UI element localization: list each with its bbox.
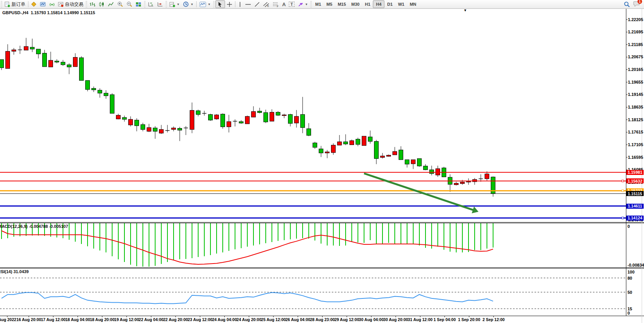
chart-title: GBPUSD-,H4 1.15793 1.15814 1.14990 1.151… <box>2 10 95 15</box>
candle <box>319 149 323 153</box>
date-label[interactable]: 22 Aug 20:00 <box>162 317 189 322</box>
zoom-in-button[interactable] <box>116 0 125 8</box>
auto-trading-button[interactable]: 自动交易 <box>56 0 85 8</box>
timeframe-H4[interactable]: H4 <box>373 0 384 8</box>
date-label[interactable]: 16 Aug 20:00 <box>15 317 43 322</box>
toolbar-grip[interactable] <box>86 1 87 7</box>
date-label[interactable]: 30 Aug 20:00 <box>382 317 410 322</box>
toolbar-grip[interactable] <box>213 1 215 7</box>
notifications-button[interactable]: 1 <box>633 1 640 8</box>
date-label[interactable]: 18 Aug 04:00 <box>64 317 91 322</box>
auto-trading-label: 自动交易 <box>65 1 83 8</box>
template-dropdown[interactable]: ▼ <box>198 0 212 8</box>
chart-canvas[interactable] <box>0 0 644 323</box>
tile-windows-button[interactable] <box>134 0 143 8</box>
auto-scroll-button[interactable] <box>146 0 156 8</box>
candle <box>116 115 121 119</box>
timeframe-W1[interactable]: W1 <box>395 1 407 8</box>
candle <box>374 142 379 159</box>
date-label[interactable]: 1 Sep 20:00 <box>455 317 483 322</box>
line-drag-handle[interactable] <box>622 190 624 192</box>
arrows-dropdown[interactable]: ▼ <box>296 0 310 8</box>
timeframe-D1[interactable]: D1 <box>384 1 395 8</box>
toolbar-grip[interactable] <box>166 1 167 7</box>
line-drag-handle[interactable] <box>622 180 624 182</box>
date-label[interactable]: 31 Aug 12:00 <box>406 317 434 322</box>
rsi-axis-label: 50 <box>627 290 632 295</box>
profiles-button[interactable] <box>38 0 48 8</box>
date-label[interactable]: 1 Sep 04:00 <box>431 317 459 322</box>
chart-shift-marker[interactable]: ▼ <box>464 8 467 12</box>
candle <box>424 166 428 170</box>
timeframe-MN[interactable]: MN <box>407 1 419 8</box>
timeframe-M15[interactable]: M15 <box>335 1 348 8</box>
fibonacci-icon: F <box>273 2 279 7</box>
date-label[interactable]: 2 Sep 12:00 <box>480 317 507 322</box>
candle <box>227 122 231 127</box>
date-label[interactable]: 22 Aug 04:00 <box>137 317 165 322</box>
timeframe-M5[interactable]: M5 <box>324 1 335 8</box>
rsi-name: RSI(14) <box>0 269 12 274</box>
fibonacci-tool[interactable]: F <box>271 0 281 8</box>
toolbar-grip[interactable] <box>144 1 146 7</box>
chart-shift-button[interactable] <box>156 0 165 8</box>
search-icon[interactable] <box>624 1 630 8</box>
timeframe-M30[interactable]: M30 <box>349 1 362 8</box>
date-label[interactable]: 29 Aug 12:00 <box>333 317 361 322</box>
new-order-button[interactable]: 新订单 <box>3 0 27 8</box>
periods-dropdown[interactable]: ▼ <box>181 0 195 8</box>
candlestick-chart-button[interactable] <box>97 0 106 8</box>
market-watch-button[interactable] <box>48 0 56 8</box>
equidistant-channel-tool[interactable]: E <box>262 0 271 8</box>
rsi-axis-label: 0 <box>627 311 630 315</box>
timeframe-M1[interactable]: M1 <box>313 1 324 8</box>
notification-badge: 1 <box>637 0 642 4</box>
text-label-tool[interactable]: T <box>287 0 296 8</box>
horizontal-line-tool[interactable] <box>243 0 253 8</box>
date-label[interactable]: 24 Aug 04:00 <box>211 317 238 322</box>
line-drag-handle[interactable] <box>622 217 624 219</box>
date-label[interactable]: 19 Aug 12:00 <box>113 317 141 322</box>
toolbar-grip[interactable] <box>1 1 2 7</box>
candle <box>405 160 409 164</box>
price-chart-panel[interactable] <box>0 38 495 197</box>
date-label[interactable]: 26 Aug 04:00 <box>284 317 312 322</box>
price-badge: 1.14124 <box>626 216 644 221</box>
macd-panel[interactable] <box>2 223 493 267</box>
rsi-panel[interactable] <box>0 278 626 309</box>
new-order-icon <box>5 2 10 7</box>
date-label[interactable]: 23 Aug 12:00 <box>186 317 214 322</box>
candle <box>61 62 65 65</box>
candle <box>295 116 299 123</box>
candlestick-chart-icon <box>99 2 105 7</box>
toolbar-grip[interactable] <box>310 1 312 7</box>
candle <box>178 129 182 130</box>
text-tool-icon: A <box>282 2 286 7</box>
vertical-line-tool[interactable] <box>237 0 243 8</box>
indicators-dropdown[interactable]: ▼ <box>168 0 181 8</box>
zoom-out-button[interactable] <box>125 0 134 8</box>
candle <box>110 95 114 114</box>
bar-chart-button[interactable] <box>88 0 97 8</box>
macd-name: MACD(12,26,9) <box>0 224 28 229</box>
date-label[interactable]: 17 Aug 12:00 <box>40 317 67 322</box>
crosshair-tool[interactable] <box>225 0 234 8</box>
cursor-tool[interactable] <box>215 0 225 8</box>
price-tick-label: 1.17615 <box>628 130 643 134</box>
date-label[interactable]: 18 Aug 20:00 <box>88 317 116 322</box>
trendline-tool[interactable] <box>253 0 262 8</box>
alert-button[interactable] <box>30 0 38 8</box>
tile-windows-icon <box>136 2 142 7</box>
trend-arrow[interactable] <box>364 173 475 211</box>
date-label[interactable]: 30 Aug 04:00 <box>358 317 385 322</box>
price-tick-label: 1.19145 <box>628 92 643 97</box>
chart-open-value: 1.15793 <box>31 10 46 15</box>
date-label[interactable]: 28 Aug 23:00 <box>308 317 336 322</box>
date-label[interactable]: 25 Aug 12:00 <box>260 317 287 322</box>
timeframe-H1[interactable]: H1 <box>362 1 373 8</box>
text-tool[interactable]: A <box>281 0 287 8</box>
date-label[interactable]: 24 Aug 20:00 <box>235 317 263 322</box>
line-chart-button[interactable] <box>106 0 116 8</box>
trendline-icon <box>254 2 260 7</box>
candle <box>209 114 213 120</box>
